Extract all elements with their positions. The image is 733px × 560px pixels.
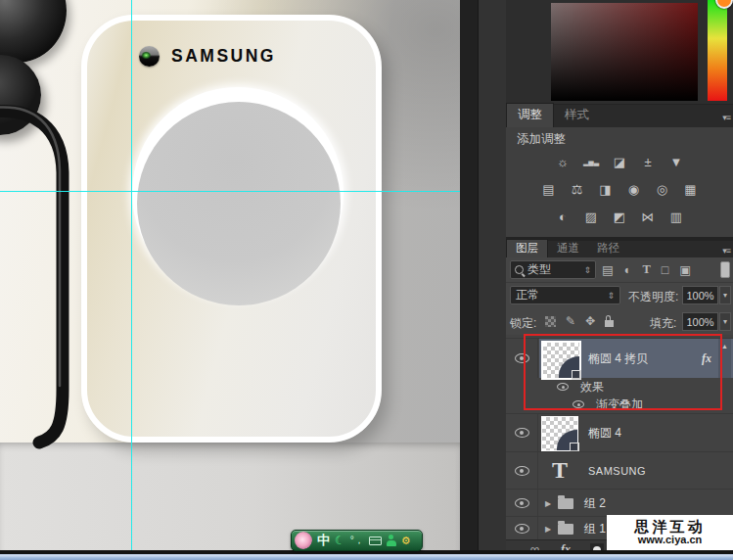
blend-mode-value: 正常 [516, 287, 539, 303]
ime-logo-flower-icon[interactable] [295, 532, 312, 549]
folder-icon [558, 524, 573, 535]
fill-dropdown-arrow[interactable]: ▾ [719, 312, 731, 331]
invert-icon[interactable]: ◐ [553, 209, 573, 225]
threshold-icon[interactable]: ◩ [610, 209, 629, 225]
channel-mixer-icon[interactable]: ◎ [653, 181, 672, 198]
opacity-dropdown-arrow[interactable]: ▾ [719, 286, 731, 304]
filter-kind-dropdown[interactable]: 类型 ⇕ [510, 260, 596, 279]
lock-position-icon[interactable]: ✥ [585, 314, 595, 328]
eye-icon[interactable] [515, 524, 529, 534]
hue-slider[interactable] [708, 0, 727, 101]
watermark-title: 思洋互动 [635, 519, 706, 535]
adjustment-icon-row-2: ▤ ⚖ ◨ ◉ ◎ ▦ [506, 181, 733, 198]
samsung-logo: SAMSUNG [139, 45, 276, 67]
brightness-contrast-icon[interactable]: ☼ [553, 154, 573, 170]
expand-caret-icon[interactable]: ▶ [545, 498, 551, 507]
add-adjustment-label: 添加调整 [517, 131, 566, 148]
ime-toolbar[interactable]: 中 ☾ °， ⚙ [291, 530, 423, 551]
layer-row-ellipse4[interactable]: 椭圆 4 [506, 413, 733, 451]
moon-icon[interactable]: ☾ [335, 534, 345, 547]
filter-smart-objects-icon[interactable]: ▣ [679, 262, 691, 277]
speaker-device-artwork: SAMSUNG [81, 15, 382, 443]
tab-channels[interactable]: 通道 [548, 240, 588, 257]
panel-menu-icon[interactable]: ▾≡ [722, 113, 730, 122]
visibility-cell[interactable] [506, 452, 538, 489]
vibrance-icon[interactable]: ▼ [666, 154, 686, 170]
opacity-value[interactable]: 100% [682, 286, 718, 304]
layer-name[interactable]: SAMSUNG [588, 465, 646, 477]
soft-keyboard-icon[interactable] [369, 537, 382, 545]
filter-pixel-layers-icon[interactable]: ▤ [602, 262, 614, 277]
filter-type-layers-icon[interactable]: T [642, 262, 650, 277]
horizontal-guide[interactable] [0, 191, 460, 192]
filter-toggle-switch[interactable] [720, 261, 730, 278]
ime-language-indicator[interactable]: 中 [317, 532, 330, 549]
expand-caret-icon[interactable]: ▶ [545, 524, 551, 533]
layer-thumbnail[interactable] [541, 416, 578, 451]
tab-layers[interactable]: 图层 [506, 239, 548, 257]
visibility-cell[interactable] [506, 517, 538, 539]
red-highlight-box [524, 334, 722, 410]
layer-name[interactable]: 椭圆 4 [588, 425, 621, 442]
pasteboard-edge [478, 0, 506, 550]
hue-saturation-icon[interactable]: ▤ [539, 181, 559, 198]
saturation-square[interactable] [551, 3, 698, 101]
lock-all-icon[interactable] [605, 320, 614, 327]
layer-filter-row: 类型 ⇕ ▤ ◐ T □ ▣ [506, 257, 733, 283]
document-canvas[interactable]: SAMSUNG [0, 0, 460, 550]
fill-value[interactable]: 100% [682, 312, 718, 331]
color-picker-panel [506, 0, 733, 105]
lock-image-pixels-icon[interactable]: ✎ [566, 314, 575, 328]
photo-filter-icon[interactable]: ◉ [624, 181, 644, 198]
layer-row-samsung[interactable]: T SAMSUNG [506, 451, 733, 489]
wrench-icon[interactable]: ⚙ [401, 535, 411, 547]
visibility-cell[interactable] [506, 490, 538, 516]
tab-paths[interactable]: 路径 [588, 240, 628, 257]
curves-icon[interactable]: ◪ [610, 154, 629, 170]
filter-adjustment-layers-icon[interactable]: ◐ [624, 263, 632, 277]
blend-mode-row: 正常 ⇕ 不透明度: 100% ▾ [506, 283, 733, 308]
folder-icon [558, 498, 573, 509]
posterize-icon[interactable]: ▨ [581, 209, 601, 225]
speaker-circle [137, 102, 341, 305]
black-white-icon[interactable]: ◨ [596, 181, 616, 198]
lock-row: 锁定: ✎ ✥ 填充: 100% ▾ [506, 308, 733, 335]
updown-caret-icon: ⇕ [607, 291, 615, 301]
lock-transparent-pixels-icon[interactable] [545, 316, 556, 327]
type-layer-icon[interactable]: T [545, 455, 574, 485]
down-caret-icon: ▾ [723, 291, 727, 300]
panel-menu-icon[interactable]: ▾≡ [722, 246, 730, 256]
updown-caret-icon: ⇕ [583, 265, 591, 275]
vertical-guide[interactable] [131, 0, 132, 550]
pasteboard [460, 0, 478, 550]
tab-adjustments[interactable]: 调整 [506, 103, 554, 127]
photoshop-window: SAMSUNG 调整 样式 ▾≡ 添加调整 ☼ ▂▅▃ ◪ [0, 0, 733, 560]
adjustments-tabbar: 调整 样式 ▾≡ [506, 105, 733, 127]
eye-icon[interactable] [515, 428, 529, 438]
adjustment-icon-row-1: ☼ ▂▅▃ ◪ ± ▼ [506, 154, 733, 170]
layer-name[interactable]: 组 2 [584, 494, 606, 511]
ime-punctuation-indicator[interactable]: °， [350, 534, 364, 547]
collapse-arrow-icon[interactable]: ▲ [721, 343, 728, 350]
levels-icon[interactable]: ▂▅▃ [581, 154, 601, 170]
eye-icon[interactable] [515, 466, 529, 476]
color-lookup-icon[interactable]: ▦ [681, 181, 701, 198]
layer-row-group2[interactable]: ▶ 组 2 [506, 489, 733, 516]
adjustment-icon-row-3: ◐ ▨ ◩ ⋈ ▥ [506, 209, 733, 225]
taskbar-sliver[interactable] [0, 554, 733, 560]
visibility-cell[interactable] [506, 414, 538, 451]
exposure-icon[interactable]: ± [638, 154, 658, 170]
selective-color-icon[interactable]: ▥ [666, 209, 686, 225]
layer-name[interactable]: 组 1 [584, 520, 606, 537]
blend-mode-dropdown[interactable]: 正常 ⇕ [510, 286, 620, 304]
user-icon[interactable] [387, 535, 396, 546]
watermark: 思洋互动 www.ciya.cn [607, 515, 733, 550]
gradient-map-icon[interactable]: ⋈ [638, 209, 658, 225]
color-balance-icon[interactable]: ⚖ [568, 181, 587, 198]
layers-tabbar: 图层 通道 路径 ▾≡ [506, 241, 733, 257]
eye-icon[interactable] [515, 498, 529, 508]
opacity-label: 不透明度: [628, 289, 678, 305]
tab-styles[interactable]: 样式 [554, 104, 600, 127]
filter-shape-layers-icon[interactable]: □ [662, 263, 669, 277]
samsung-logo-text: SAMSUNG [171, 46, 276, 67]
